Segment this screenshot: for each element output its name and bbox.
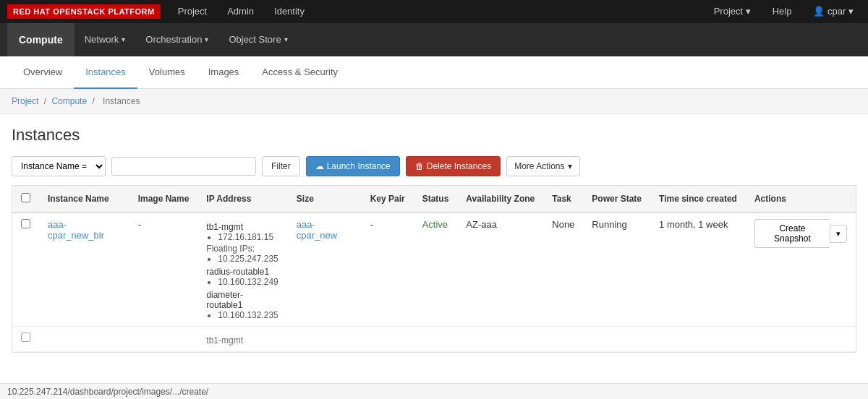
topnav-admin[interactable]: Admin [217,0,264,23]
help-btn[interactable]: Help [765,0,799,23]
row-instance-name-cell: aaa-cpar_new_blr [39,213,129,327]
user-dropdown-btn[interactable]: 👤 cpar ▾ [806,0,861,23]
toolbar: Instance Name = Filter ☁ Launch Instance… [12,156,856,176]
instances-table: Instance Name Image Name IP Address Size… [12,186,856,352]
col-ip-address: IP Address [197,186,288,213]
ip-network-3: diameter-routable1 10.160.132.235 [206,290,279,320]
row-checkbox[interactable] [21,219,30,228]
row-image-name-cell: - [129,213,198,327]
row-action-group: Create Snapshot ▾ [754,219,847,248]
instances-table-container: Instance Name Image Name IP Address Size… [12,185,856,353]
tab-nav: Overview Instances Volumes Images Access… [0,56,868,89]
top-bar-right: Project ▾ Help 👤 cpar ▾ [707,0,861,23]
table-row: aaa-cpar_new_blr - tb1-mgmt 172.16.181.1… [12,213,856,327]
row-key-pair-cell: - [362,213,414,327]
ip-item: 10.160.132.235 [218,310,279,320]
ip-item: 172.16.181.15 [218,232,279,242]
col-actions: Actions [746,186,856,213]
row-az-cell: AZ-aaa [457,213,543,327]
az-value: AZ-aaa [466,219,497,230]
col-size: Size [288,186,362,213]
col-image-name: Image Name [129,186,198,213]
orchestration-chevron-icon: ▾ [205,23,208,56]
task-value: None [552,219,574,230]
orchestration-label: Orchestration [145,23,202,56]
floating-ip-item: 10.225.247.235 [218,254,279,264]
row-image-cell-2 [129,327,198,352]
project-dropdown-btn[interactable]: Project ▾ [707,0,758,23]
launch-instance-button[interactable]: ☁ Launch Instance [306,156,400,176]
compute-label[interactable]: Compute [7,23,75,56]
delete-icon: 🗑 [415,161,424,171]
page-title: Instances [12,126,856,145]
top-nav: Project Admin Identity [168,0,707,23]
objectstore-label: Object Store [229,23,281,56]
topnav-identity[interactable]: Identity [264,0,315,23]
action-dropdown-button[interactable]: ▾ [830,225,847,243]
create-snapshot-button[interactable]: Create Snapshot [754,219,830,248]
network-chevron-icon: ▾ [122,23,125,56]
objectstore-nav-item[interactable]: Object Store ▾ [218,23,297,56]
status-badge: Active [422,219,448,230]
ip-list-1: 172.16.181.15 [218,232,279,242]
image-name-value: - [138,219,141,230]
tab-volumes[interactable]: Volumes [137,56,197,89]
breadcrumb-compute[interactable]: Compute [51,96,87,106]
row-size-cell: aaa-cpar_new [288,213,362,327]
row-checkbox-2[interactable] [21,332,30,342]
floating-ip-list-1: 10.225.247.235 [218,254,279,264]
ip-list-3: 10.160.132.235 [218,310,279,320]
more-actions-button[interactable]: More Actions ▾ [506,156,579,176]
select-all-checkbox[interactable] [21,193,30,202]
instance-name-link[interactable]: aaa-cpar_new_blr [48,219,104,241]
launch-icon: ☁ [315,161,324,171]
row-time-cell: 1 month, 1 week [650,213,746,327]
ip-network-1: tb1-mgmt 172.16.181.15 Floating IPs: 10.… [206,222,279,264]
table-header-row: Instance Name Image Name IP Address Size… [12,186,856,213]
objectstore-chevron-icon: ▾ [284,23,288,56]
tab-access-security[interactable]: Access & Security [250,56,349,89]
network-label-partial: tb1-mgmt [206,335,279,346]
filter-select[interactable]: Instance Name = [12,156,106,176]
table-row: tb1-mgmt [12,327,856,352]
row-checkbox-cell-2 [12,327,39,352]
breadcrumb-sep1: / [44,96,49,106]
row-status-cell: Active [414,213,458,327]
orchestration-nav-item[interactable]: Orchestration ▾ [135,23,218,56]
secondary-nav: Compute Network ▾ Orchestration ▾ Object… [0,23,868,56]
row-name-cell-2 [39,327,129,352]
ip-network-2: radius-routable1 10.160.132.249 [206,267,279,287]
tab-images[interactable]: Images [197,56,251,89]
network-label: Network [85,23,119,56]
page-content: Instances Instance Name = Filter ☁ Launc… [0,114,868,364]
floating-label: Floating IPs: [206,244,279,254]
col-instance-name: Instance Name [39,186,129,213]
breadcrumb-project[interactable]: Project [12,96,38,106]
row-ip-cell: tb1-mgmt 172.16.181.15 Floating IPs: 10.… [197,213,288,327]
row-power-state-cell: Running [583,213,650,327]
more-actions-chevron-icon: ▾ [568,161,572,171]
brand-logo: RED HAT OPENSTACK PLATFORM [7,4,161,19]
breadcrumb-sep2: / [92,96,97,106]
filter-button[interactable]: Filter [262,156,300,176]
power-state-value: Running [592,219,626,230]
tab-instances[interactable]: Instances [74,56,137,89]
action-caret-icon: ▾ [836,229,841,238]
filter-input[interactable] [111,157,256,176]
ip-list-2: 10.160.132.249 [218,277,279,287]
network-nav-item[interactable]: Network ▾ [75,23,136,56]
delete-label: Delete Instances [427,161,491,171]
col-status: Status [414,186,458,213]
row-rest-2 [288,327,856,352]
size-link[interactable]: aaa-cpar_new [297,219,337,241]
top-bar: RED HAT OPENSTACK PLATFORM Project Admin… [0,0,868,23]
col-checkbox [12,186,39,213]
row-checkbox-cell [12,213,39,327]
network-label-2: radius-routable1 [206,267,279,277]
row-actions-cell: Create Snapshot ▾ [746,213,856,327]
launch-label: Launch Instance [327,161,391,171]
delete-instances-button[interactable]: 🗑 Delete Instances [406,156,501,176]
tab-overview[interactable]: Overview [12,56,74,89]
topnav-project[interactable]: Project [168,0,217,23]
time-since-value: 1 month, 1 week [659,219,728,230]
